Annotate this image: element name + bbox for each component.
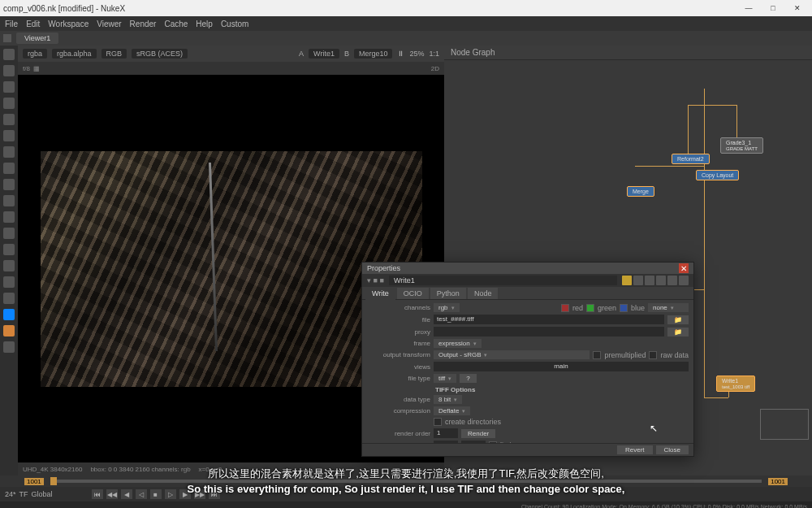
node-icon-1[interactable] [633, 276, 643, 285]
tool-9[interactable] [3, 179, 15, 190]
proxy-browse-icon[interactable]: 📁 [667, 328, 689, 336]
output-transform-dropdown[interactable]: Output - sRGB [434, 350, 590, 359]
tab-python[interactable]: Python [430, 288, 466, 299]
tool-13[interactable] [3, 244, 15, 255]
window-titlebar: comp_v006.nk [modified] - NukeX — □ ✕ [0, 0, 812, 16]
tool-11[interactable] [3, 211, 15, 223]
menu-file[interactable]: File [5, 20, 18, 28]
b-input-select[interactable]: Merge10 [354, 49, 393, 59]
renderorder-input[interactable]: 1 [434, 428, 458, 438]
node-icon-3[interactable] [656, 276, 666, 285]
menu-edit[interactable]: Edit [26, 20, 40, 28]
node-icon-4[interactable] [667, 276, 677, 285]
menu-render[interactable]: Render [130, 20, 157, 28]
grid-icon[interactable]: ▦ [33, 65, 40, 72]
frame-label: frame [367, 340, 430, 347]
node-graph-minimap[interactable] [760, 409, 809, 440]
fps-field[interactable]: 24* [5, 490, 16, 498]
close-button[interactable]: ✕ [786, 2, 809, 15]
node-copy[interactable]: Copy Layout [696, 170, 739, 180]
filetype-dropdown[interactable]: tiff [434, 374, 456, 383]
tool-19[interactable] [3, 341, 15, 353]
datatype-dropdown[interactable]: 8 bit [434, 395, 462, 404]
status-bar: Channel Count: 90 Localization Mode: On … [0, 501, 812, 508]
properties-body: channels rgb red green blue none file te… [362, 300, 693, 443]
node-write[interactable]: Write1test_1003 tiff [716, 376, 755, 392]
file-browse-icon[interactable]: 📁 [667, 315, 689, 324]
zoom-value[interactable]: 25% [409, 50, 424, 58]
tool-12[interactable] [3, 228, 15, 239]
tf-field[interactable]: TF [19, 490, 28, 498]
tool-2[interactable] [3, 65, 15, 76]
red-checkbox[interactable] [561, 304, 569, 312]
tab-node[interactable]: Node [468, 288, 499, 299]
output-transform-label: output transform [367, 351, 430, 358]
node-reformat[interactable]: Reformat2 [672, 154, 710, 164]
views-value[interactable]: main [434, 362, 689, 371]
tool-5[interactable] [3, 114, 15, 125]
node-merge[interactable]: Merge [627, 186, 654, 197]
tiff-section-header: TIFF Options [435, 386, 689, 393]
menu-workspace[interactable]: Workspace [48, 20, 89, 28]
proxy-input[interactable] [434, 327, 664, 336]
tab-ocio[interactable]: OCIO [397, 288, 429, 299]
menu-icon[interactable] [3, 34, 11, 42]
viewer-tab[interactable]: Viewer1 [16, 33, 58, 44]
alpha-select[interactable]: rgba.alpha [52, 49, 97, 59]
compression-dropdown[interactable]: Deflate [434, 406, 470, 415]
channels-dropdown[interactable]: rgb [434, 303, 460, 312]
compression-label: compression [367, 407, 430, 415]
tool-3[interactable] [3, 81, 15, 93]
ratio-value[interactable]: 1:1 [429, 50, 439, 58]
tool-18[interactable] [3, 325, 15, 336]
tool-7[interactable] [3, 146, 15, 158]
render-button[interactable]: Render [461, 429, 495, 438]
green-checkbox[interactable] [586, 304, 594, 312]
menu-cache[interactable]: Cache [164, 20, 188, 28]
tool-select[interactable] [3, 49, 15, 60]
menu-viewer[interactable]: Viewer [97, 20, 121, 28]
proxy-label: proxy [367, 328, 430, 336]
tool-16[interactable] [3, 293, 15, 304]
b-label: B [344, 50, 349, 58]
node-grade[interactable]: Grade3_1GRADE MATT [720, 137, 763, 154]
properties-close-button[interactable]: ✕ [679, 263, 689, 273]
extra-channel-dropdown[interactable]: none [648, 303, 689, 312]
node-icon-2[interactable] [645, 276, 654, 285]
tool-4[interactable] [3, 98, 15, 109]
maximize-button[interactable]: □ [762, 2, 784, 15]
cs2-select[interactable]: sRGB (ACES) [132, 49, 188, 59]
menu-custom[interactable]: Custom [221, 20, 248, 28]
tool-15[interactable] [3, 276, 15, 288]
properties-titlebar[interactable]: Properties ✕ [362, 263, 693, 274]
createdirs-label: create directories [445, 418, 501, 426]
createdirs-checkbox[interactable] [434, 418, 442, 426]
node-icon-5[interactable] [679, 276, 689, 285]
cs1-select[interactable]: RGB [102, 49, 127, 59]
premult-checkbox[interactable] [593, 351, 601, 359]
2d-mode[interactable]: 2D [431, 65, 439, 72]
minimize-button[interactable]: — [737, 2, 760, 15]
fstop[interactable]: f/8 [23, 65, 30, 72]
frame-dropdown[interactable]: expression [434, 339, 482, 348]
channel-select[interactable]: rgba [23, 49, 47, 59]
node-color-icon[interactable] [622, 276, 632, 285]
properties-panel: Properties ✕ ▾ ■ ■ Write1 Write OCIO Pyt… [361, 262, 694, 457]
close-button[interactable]: Close [656, 445, 689, 454]
pause-icon[interactable]: ⏸ [397, 50, 404, 58]
revert-button[interactable]: Revert [617, 445, 653, 454]
rawdata-checkbox[interactable] [649, 351, 657, 359]
tab-write[interactable]: Write [365, 288, 395, 300]
tool-17[interactable] [3, 309, 15, 320]
tool-10[interactable] [3, 195, 15, 206]
a-input-select[interactable]: Write1 [309, 49, 339, 59]
menu-help[interactable]: Help [196, 20, 213, 28]
tool-6[interactable] [3, 130, 15, 141]
views-label: views [367, 363, 430, 371]
tool-14[interactable] [3, 260, 15, 271]
blue-checkbox[interactable] [620, 304, 628, 312]
file-input[interactable]: test_####.tiff [434, 315, 664, 324]
node-name-field[interactable]: Write1 [389, 276, 617, 285]
filetype-help-button[interactable]: ? [460, 374, 476, 383]
tool-8[interactable] [3, 163, 15, 174]
